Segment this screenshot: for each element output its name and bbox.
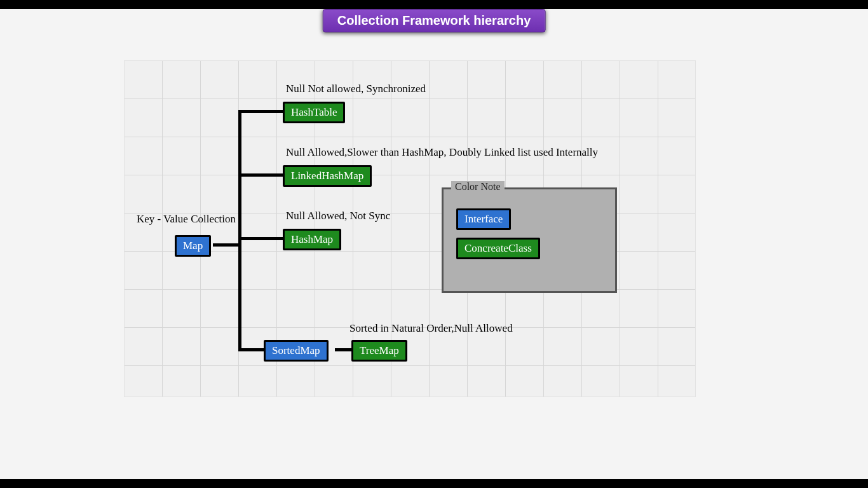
diagram-canvas: Key - Value Collection Map Null Not allo… [124, 60, 696, 397]
annot-treemap: Sorted in Natural Order,Null Allowed [349, 322, 513, 335]
annot-linkedhashmap: Null Allowed,Slower than HashMap, Doubly… [286, 146, 598, 159]
legend-title: Color Note [451, 181, 505, 193]
root-label: Key - Value Collection [137, 213, 236, 226]
legend-interface: Interface [456, 208, 511, 230]
connector [238, 348, 264, 351]
connector [238, 110, 241, 351]
annot-hashtable: Null Not allowed, Synchronized [286, 83, 426, 95]
node-map: Map [175, 235, 211, 257]
legend-concrete: ConcreateClass [456, 238, 540, 259]
letterbox-bottom [0, 479, 868, 488]
letterbox-top [0, 0, 868, 9]
connector [213, 243, 238, 247]
connector [238, 173, 283, 177]
node-treemap: TreeMap [351, 340, 407, 362]
page-title: Collection Framework hierarchy [323, 9, 546, 32]
node-linkedhashmap: LinkedHashMap [283, 165, 372, 187]
node-sortedmap: SortedMap [264, 340, 329, 362]
legend-panel: Color Note Interface ConcreateClass [442, 187, 617, 293]
node-hashmap: HashMap [283, 229, 341, 250]
node-hashtable: HashTable [283, 102, 345, 123]
connector [335, 348, 351, 351]
connector [238, 110, 283, 113]
annot-hashmap: Null Allowed, Not Sync [286, 210, 390, 222]
connector [238, 237, 283, 240]
